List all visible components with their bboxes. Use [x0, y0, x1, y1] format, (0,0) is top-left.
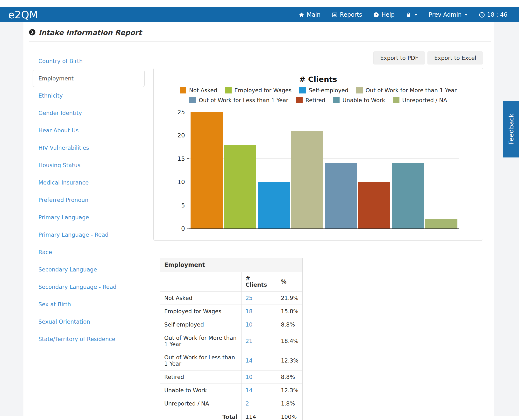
legend-label: Employed for Wages [234, 87, 292, 93]
total-percent: 100% [277, 410, 302, 420]
sidebar-item[interactable]: Primary Language [23, 209, 146, 226]
nav-main-label: Main [307, 11, 321, 18]
report-content: Export to PDF Export to Excel # Clients … [146, 42, 494, 420]
clients-cell: 21 [241, 331, 277, 351]
table-row: Unable to Work1412.3% [160, 384, 303, 397]
row-label: Out of Work for More than 1 Year [160, 331, 241, 351]
legend-label: Unreported / NA [402, 97, 447, 103]
sidebar-item[interactable]: Sexual Orientation [23, 313, 146, 330]
plot-outer: 0510152025 [189, 112, 459, 229]
axis-tick [187, 135, 189, 135]
sidebar-item[interactable]: Preferred Pronoun [23, 191, 146, 209]
chevron-circle-icon [29, 29, 36, 37]
export-pdf-button[interactable]: Export to PDF [373, 52, 425, 65]
table-row: Retired108.8% [160, 370, 303, 384]
clients-count-link[interactable]: 10 [245, 374, 252, 380]
sidebar-item[interactable]: Secondary Language [23, 261, 146, 278]
table-row: Out of Work for Less than 1 Year1412.3% [160, 351, 303, 370]
total-clients: 114 [241, 410, 277, 420]
app-logo: e2QM [8, 9, 38, 21]
main-columns: Country of BirthEmploymentEthnicityGende… [23, 42, 494, 420]
sidebar-item[interactable]: Primary Language - Read [23, 226, 146, 243]
legend-item: Employed for Wages [225, 87, 292, 93]
report-title-row: Intake Information Report [29, 29, 494, 37]
nav-lock-menu[interactable] [406, 12, 418, 18]
legend-item: Unreported / NA [393, 97, 447, 103]
bar-unable-to-work [392, 163, 424, 228]
bar-not-asked [191, 112, 223, 228]
report-sidebar: Country of BirthEmploymentEthnicityGende… [23, 42, 146, 420]
row-label: Unreported / NA [160, 397, 241, 410]
clients-count-link[interactable]: 18 [245, 308, 252, 315]
nav-user-menu[interactable]: Prev Admin [429, 11, 467, 18]
clients-cell: 14 [241, 384, 277, 397]
sidebar-item[interactable]: Race [23, 243, 146, 261]
bar-unreported-na [425, 219, 457, 228]
sidebar-item[interactable]: State/Territory of Residence [23, 330, 146, 348]
bar-out-of-work-for-more-than-1-year [291, 131, 323, 228]
table-row: Self-employed108.8% [160, 318, 303, 331]
chart-panel: # Clients Not AskedEmployed for WagesSel… [153, 68, 483, 240]
content-card: Intake Information Report Country of Bir… [23, 22, 494, 416]
y-axis-label: 20 [177, 132, 185, 139]
session-timer-label: 18 : 46 [487, 11, 507, 18]
clients-cell: 10 [241, 370, 277, 384]
column-header-percent: % [277, 272, 302, 292]
axis-tick [187, 182, 189, 182]
table-row: Out of Work for More than 1 Year2118.4% [160, 331, 303, 351]
percent-cell: 12.3% [277, 351, 302, 370]
clients-cell: 14 [241, 351, 277, 370]
top-strip [0, 0, 519, 7]
clock-icon [479, 12, 485, 18]
table-header-row: # Clients % [160, 272, 303, 292]
clients-count-link[interactable]: 14 [245, 387, 252, 393]
home-icon [299, 12, 305, 18]
nav-main[interactable]: Main [299, 11, 321, 18]
clients-cell: 25 [241, 292, 277, 305]
sidebar-item[interactable]: Hear About Us [23, 122, 146, 139]
nav-help[interactable]: ? Help [373, 11, 395, 18]
chart-title: # Clients [168, 75, 468, 83]
clients-count-link[interactable]: 10 [245, 322, 252, 328]
legend-item: Retired [296, 97, 325, 103]
y-axis-label: 25 [177, 109, 185, 116]
clients-count-link[interactable]: 25 [245, 295, 252, 301]
sidebar-item[interactable]: Medical Insurance [23, 174, 146, 191]
legend-swatch [225, 87, 232, 93]
sidebar-item[interactable]: Secondary Language - Read [23, 278, 146, 296]
legend-item: Unable to Work [333, 97, 385, 103]
table-caption: Employment [160, 258, 303, 272]
legend-row: Not AskedEmployed for WagesSelf-employed… [168, 87, 468, 93]
bar-chart-plot: 0510152025 [189, 112, 459, 229]
legend-item: Out of Work for More than 1 Year [356, 87, 457, 93]
nav-reports[interactable]: Reports [331, 11, 362, 18]
sidebar-item[interactable]: HIV Vulnerabilities [23, 139, 146, 157]
feedback-tab[interactable]: Feedback [503, 101, 519, 158]
sidebar-item[interactable]: Country of Birth [23, 52, 146, 70]
total-label: Total [160, 410, 241, 420]
row-label: Retired [160, 370, 241, 384]
clients-count-link[interactable]: 21 [245, 338, 252, 344]
bar-chart-icon [331, 12, 338, 18]
screen: e2QM Main Reports ? Help [0, 0, 519, 420]
clients-count-link[interactable]: 14 [245, 357, 252, 364]
sidebar-item[interactable]: Gender Identity [23, 104, 146, 122]
legend-swatch [296, 97, 303, 103]
sidebar-item[interactable]: Ethnicity [23, 87, 146, 104]
clients-count-link[interactable]: 2 [245, 400, 249, 407]
legend-row: Out of Work for Less than 1 YearRetiredU… [168, 97, 468, 103]
legend-swatch [356, 87, 363, 93]
legend-label: Out of Work for Less than 1 Year [199, 97, 288, 103]
sidebar-item[interactable]: Sex at Birth [23, 296, 146, 313]
y-axis-label: 0 [181, 225, 185, 232]
row-label: Unable to Work [160, 384, 241, 397]
lock-icon [406, 12, 412, 18]
export-excel-button[interactable]: Export to Excel [428, 52, 483, 65]
export-toolbar: Export to PDF Export to Excel [153, 52, 483, 65]
legend-item: Not Asked [180, 87, 217, 93]
legend-label: Not Asked [189, 87, 217, 93]
sidebar-item[interactable]: Housing Status [23, 157, 146, 174]
sidebar-item[interactable]: Employment [33, 70, 145, 87]
axis-tick [187, 158, 189, 159]
table-row: Employed for Wages1815.8% [160, 305, 303, 318]
